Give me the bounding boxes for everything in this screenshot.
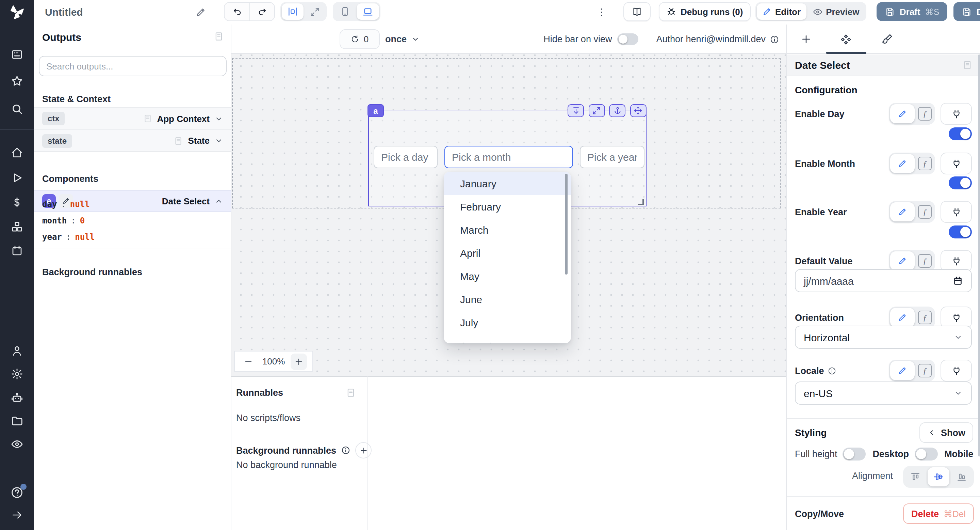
info-icon[interactable] (827, 367, 837, 375)
users-icon[interactable] (11, 344, 24, 357)
connect-plug-button[interactable] (940, 250, 972, 272)
pick-day-input[interactable] (374, 146, 438, 168)
connect-plug-button[interactable] (940, 307, 972, 328)
draft-button[interactable]: Draft ⌘S (877, 2, 947, 21)
month-option[interactable]: February (444, 195, 571, 218)
doc-icon[interactable] (214, 31, 224, 42)
dropdown-scrollbar[interactable] (565, 174, 568, 275)
preview-tab[interactable]: Preview (807, 3, 865, 20)
full-height-toggle[interactable] (843, 448, 866, 461)
month-option[interactable]: June (444, 287, 571, 311)
enable-year-toggle[interactable] (949, 225, 972, 238)
prop-row-month[interactable]: month:0 (42, 212, 223, 229)
fx-mode-button[interactable]: ƒ (918, 157, 932, 170)
month-option[interactable]: July (444, 311, 571, 334)
undo-button[interactable] (224, 6, 249, 17)
zoom-out-button[interactable] (240, 353, 256, 370)
workers-robot-icon[interactable] (11, 391, 24, 404)
connect-plug-button[interactable] (940, 201, 972, 223)
expand-rail-arrow-icon[interactable] (11, 509, 23, 521)
favorites-star-icon[interactable] (11, 75, 24, 88)
desktop-toggle[interactable] (914, 448, 937, 461)
connect-plug-button[interactable] (940, 103, 972, 125)
align-center-button[interactable] (928, 467, 950, 486)
home-icon[interactable] (11, 146, 24, 159)
doc-icon[interactable] (962, 60, 972, 70)
fullscreen-button[interactable] (588, 104, 605, 117)
info-icon[interactable] (770, 34, 779, 44)
month-option[interactable]: January (444, 172, 571, 195)
pick-year-input[interactable] (580, 146, 644, 168)
align-bottom-button[interactable] (951, 467, 972, 486)
variables-dollar-icon[interactable] (11, 196, 23, 208)
chevron-down-icon[interactable] (215, 136, 223, 145)
prop-row-year[interactable]: year:null (42, 229, 223, 245)
schedules-calendar-icon[interactable] (11, 244, 23, 257)
month-option[interactable]: March (444, 218, 571, 241)
panel-scrollbar[interactable] (978, 54, 980, 457)
anchor-button[interactable] (609, 104, 625, 117)
hide-bar-toggle[interactable] (617, 34, 638, 45)
move-button[interactable] (630, 104, 646, 117)
orientation-select[interactable]: Horizontal (795, 326, 972, 349)
tab-component-settings[interactable] (831, 24, 861, 54)
static-edit-button[interactable] (890, 308, 915, 327)
chevron-down-icon[interactable] (215, 114, 223, 123)
resources-cubes-icon[interactable] (11, 220, 24, 233)
add-background-runnable-button[interactable] (355, 442, 372, 458)
desktop-view-button[interactable] (356, 3, 379, 20)
zoom-in-button[interactable] (291, 353, 307, 370)
enable-day-toggle[interactable] (949, 128, 972, 140)
default-value-date-input[interactable]: jj/mm/aaaa (795, 269, 972, 292)
locale-select[interactable]: en-US (795, 382, 972, 405)
windmill-logo-icon[interactable] (0, 0, 34, 24)
month-option[interactable]: August (444, 334, 571, 343)
folders-icon[interactable] (11, 415, 24, 428)
resize-handle[interactable] (638, 199, 644, 205)
refresh-counter-button[interactable]: 0 (340, 29, 380, 49)
docs-book-button[interactable] (624, 2, 651, 21)
fx-mode-button[interactable]: ƒ (918, 254, 932, 268)
center-layout-button[interactable] (282, 3, 304, 20)
help-icon[interactable] (10, 486, 24, 499)
tab-global-styling[interactable] (872, 24, 902, 54)
month-option[interactable]: April (444, 241, 571, 264)
doc-icon[interactable] (346, 388, 356, 398)
static-edit-button[interactable] (890, 361, 915, 380)
mobile-view-button[interactable] (334, 3, 356, 20)
expand-down-button[interactable] (568, 104, 584, 117)
app-canvas[interactable]: a January February March April May June … (231, 54, 786, 376)
debug-runs-button[interactable]: Debug runs (0) (659, 2, 750, 21)
static-edit-button[interactable] (890, 202, 915, 221)
rename-pencil-icon[interactable] (195, 7, 206, 18)
prop-row-day[interactable]: day:null (42, 196, 223, 212)
info-icon[interactable] (341, 445, 350, 455)
delete-component-button[interactable]: Delete ⌘Del (903, 503, 974, 524)
component-badge[interactable]: a (368, 104, 384, 117)
fx-mode-button[interactable]: ƒ (918, 311, 932, 324)
editor-tab[interactable]: Editor (757, 3, 806, 20)
apps-icon[interactable] (11, 48, 24, 61)
redo-button[interactable] (250, 6, 274, 17)
tab-insert-component[interactable] (791, 24, 821, 54)
fx-mode-button[interactable]: ƒ (918, 364, 932, 377)
pick-month-input[interactable] (444, 146, 573, 168)
fx-mode-button[interactable]: ƒ (918, 205, 932, 219)
runs-play-icon[interactable] (11, 172, 23, 184)
search-outputs-input[interactable] (39, 56, 227, 76)
enable-month-toggle[interactable] (949, 176, 972, 189)
static-edit-button[interactable] (890, 154, 915, 173)
static-edit-button[interactable] (890, 104, 915, 123)
static-edit-button[interactable] (890, 251, 915, 270)
deploy-button[interactable]: Deploy (953, 2, 980, 21)
kebab-menu-icon[interactable] (596, 7, 607, 18)
fx-mode-button[interactable]: ƒ (918, 107, 932, 121)
fullwidth-layout-button[interactable] (304, 3, 325, 20)
align-top-button[interactable] (904, 467, 926, 486)
output-row-state[interactable]: state State (34, 129, 231, 152)
settings-gear-icon[interactable] (11, 367, 24, 380)
month-option[interactable]: May (444, 264, 571, 287)
connect-plug-button[interactable] (940, 360, 972, 382)
schedule-dropdown[interactable]: once (385, 29, 420, 49)
audit-eye-icon[interactable] (11, 438, 24, 451)
